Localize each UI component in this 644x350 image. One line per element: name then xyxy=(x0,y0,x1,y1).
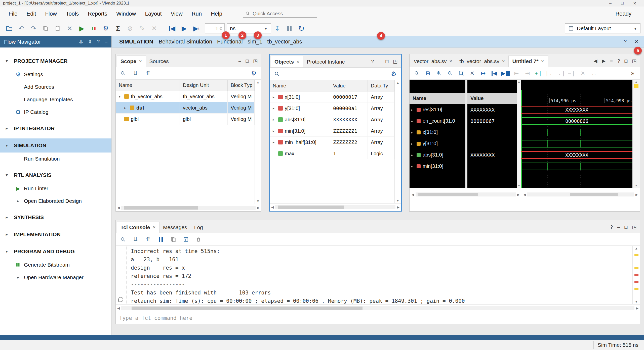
help-icon[interactable]: ? xyxy=(610,224,613,230)
tab-scroll-left-icon[interactable]: ◀ xyxy=(594,58,597,64)
trash-icon[interactable] xyxy=(194,235,203,244)
chevron-right-icon[interactable]: ▸ xyxy=(273,140,278,144)
sidebar-item-open-hardware-manager[interactable]: ▸Open Hardware Manager xyxy=(0,271,111,284)
clear-time-icon[interactable]: ⊗ xyxy=(219,26,223,31)
console-output[interactable]: Incorrect res at time 515ns: a = 23, b =… xyxy=(127,246,632,304)
expand-collapse-icon[interactable]: ⇕ xyxy=(88,39,92,45)
chevron-right-icon[interactable]: ▸ xyxy=(273,106,278,110)
wave-signal-row[interactable]: ▸err_count[31:0 xyxy=(410,115,465,127)
menu-run[interactable]: Run xyxy=(187,8,206,19)
design-runs-button[interactable] xyxy=(88,23,100,34)
zoom-out-icon[interactable] xyxy=(446,69,454,78)
collapse-all-icon[interactable]: ⇈ xyxy=(144,69,152,78)
float-panel-icon[interactable]: ◳ xyxy=(632,58,636,64)
column-header-block-type[interactable]: Block Typ xyxy=(228,80,255,91)
run-button[interactable]: ▶ xyxy=(76,23,88,34)
chevron-right-icon[interactable]: ▸ xyxy=(273,95,278,99)
vertical-scrollbar[interactable]: ▲▼ xyxy=(394,80,401,203)
column-header-name[interactable]: Name xyxy=(270,80,330,91)
tab-log[interactable]: Log xyxy=(191,222,207,233)
close-icon[interactable]: ✕ xyxy=(296,60,300,64)
tab-tcl-console[interactable]: Tcl Console✕ xyxy=(117,222,159,233)
wave-signal-row[interactable]: ▸x[31:0] xyxy=(410,127,465,138)
horizontal-scrollbar[interactable]: ◀▶ xyxy=(116,304,640,312)
float-panel-icon[interactable]: ◳ xyxy=(632,224,636,230)
quick-access-search[interactable] xyxy=(243,10,317,18)
wave-signal-row[interactable]: ▸min[31:0] xyxy=(410,161,465,172)
toolbar-overflow-icon[interactable]: » xyxy=(628,69,637,78)
chevron-right-icon[interactable]: ▸ xyxy=(411,108,417,112)
sidebar-item-run-linter[interactable]: ▶Run Linter xyxy=(0,182,111,195)
maximize-panel-icon[interactable]: □ xyxy=(386,59,388,64)
menu-help[interactable]: Help xyxy=(206,8,227,19)
minimize-panel-icon[interactable]: – xyxy=(105,39,107,45)
tab-messages[interactable]: Messages xyxy=(159,222,191,233)
gear-icon[interactable]: ⚙ xyxy=(389,70,398,78)
run-all-button[interactable]: ▶ xyxy=(178,23,190,34)
tab-sources[interactable]: Sources xyxy=(146,56,172,67)
paste-button[interactable] xyxy=(52,23,63,34)
search-icon[interactable] xyxy=(413,69,421,78)
sidebar-item-language-templates[interactable]: Language Templates xyxy=(0,93,111,106)
report-sum-button[interactable]: Σ xyxy=(112,23,124,34)
search-icon[interactable] xyxy=(273,70,281,78)
chevron-right-icon[interactable]: ▸ xyxy=(124,106,130,110)
gear-icon[interactable]: ⚙ xyxy=(250,69,258,78)
sidebar-section-synthesis[interactable]: ▸SYNTHESIS xyxy=(0,210,111,224)
table-row[interactable]: ▸min[31:0] ZZZZZZZ1 Array xyxy=(270,125,394,137)
chevron-right-icon[interactable]: ▸ xyxy=(411,153,417,157)
tab-objects[interactable]: Objects✕ xyxy=(271,56,303,67)
window-close-button[interactable]: ✕ xyxy=(633,1,636,6)
tcl-command-input[interactable] xyxy=(119,315,636,321)
wave-signal-row[interactable]: ▸res[31:0] xyxy=(410,104,465,115)
table-row[interactable]: max 1 Logic xyxy=(270,148,394,159)
close-icon[interactable]: ✕ xyxy=(152,225,156,230)
table-row[interactable]: ▾tb_vector_abs tb_vector_abs Verilog M xyxy=(116,91,255,102)
wave-signal-row[interactable]: ▸abs[31:0] xyxy=(410,149,465,161)
restart-simulation-button[interactable]: ◀ xyxy=(166,23,178,34)
column-header-name[interactable]: Name xyxy=(116,80,180,91)
sim-time-input[interactable] xyxy=(207,25,218,31)
horizontal-scrollbar[interactable]: ◀▶ xyxy=(523,191,638,198)
wave-plot-area[interactable]: 514,996 ps 514,998 ps XXXXXXXX xyxy=(521,80,632,188)
collapse-all-icon[interactable]: ⇈ xyxy=(144,235,152,244)
chevron-right-icon[interactable]: ▸ xyxy=(411,130,417,134)
minimize-panel-icon[interactable]: – xyxy=(378,59,381,64)
open-project-button[interactable] xyxy=(4,23,15,34)
wave-signal-row[interactable]: ▸y[31:0] xyxy=(410,138,465,149)
menu-flow[interactable]: Flow xyxy=(41,8,61,19)
float-panel-icon[interactable]: ◳ xyxy=(253,58,258,64)
next-transition-icon[interactable]: ▶ xyxy=(501,69,510,78)
tab-protocol-instances[interactable]: Protocol Instanc xyxy=(303,56,348,67)
close-simulation-icon[interactable]: ✕ xyxy=(634,39,638,45)
collapse-all-icon[interactable]: ⇊ xyxy=(79,39,83,45)
sidebar-section-program-and-debug[interactable]: ▾PROGRAM AND DEBUG xyxy=(0,244,111,259)
minimize-panel-icon[interactable]: – xyxy=(617,224,620,230)
time-unit-select[interactable]: ns ▼ xyxy=(227,23,271,33)
close-icon[interactable]: ✕ xyxy=(449,59,453,64)
chevron-right-icon[interactable]: ▸ xyxy=(273,129,278,133)
vertical-scrollbar[interactable]: ▲ ▼ xyxy=(632,246,640,304)
expand-all-icon[interactable]: ⇊ xyxy=(131,235,140,244)
column-header-design-unit[interactable]: Design Unit xyxy=(180,80,228,91)
menu-window[interactable]: Window xyxy=(112,8,140,19)
goto-time-icon[interactable]: ↦ xyxy=(479,69,488,78)
close-icon[interactable]: ✕ xyxy=(502,59,505,64)
tab-untitled-7[interactable]: Untitled 7*✕ xyxy=(508,56,548,67)
help-icon[interactable]: ? xyxy=(624,39,627,45)
tab-vector-abs-sv[interactable]: vector_abs.sv✕ xyxy=(411,56,456,67)
horizontal-scrollbar[interactable]: ◀▶ xyxy=(116,204,261,211)
horizontal-scrollbar[interactable]: ◀▶ xyxy=(270,203,401,211)
previous-transition-icon[interactable]: ◀ xyxy=(490,69,499,78)
delete-button[interactable]: ✕ xyxy=(64,23,75,34)
relaunch-simulation-button[interactable]: ↻ xyxy=(296,23,307,34)
sidebar-section-rtl-analysis[interactable]: ▾RTL ANALYSIS xyxy=(0,168,111,182)
redo-button[interactable]: ↷ xyxy=(28,23,39,34)
vertical-scrollbar[interactable]: ▲ ▼ xyxy=(632,80,640,188)
view-as-table-icon[interactable] xyxy=(182,235,190,244)
chevron-down-icon[interactable]: ▾ xyxy=(119,94,124,98)
menu-edit[interactable]: Edit xyxy=(22,8,41,19)
vertical-scrollbar[interactable]: ▲▼ xyxy=(517,80,521,188)
sidebar-item-generate-bitstream[interactable]: Generate Bitstream xyxy=(0,259,111,271)
zoom-to-cursor-icon[interactable]: ✕ xyxy=(468,69,476,78)
